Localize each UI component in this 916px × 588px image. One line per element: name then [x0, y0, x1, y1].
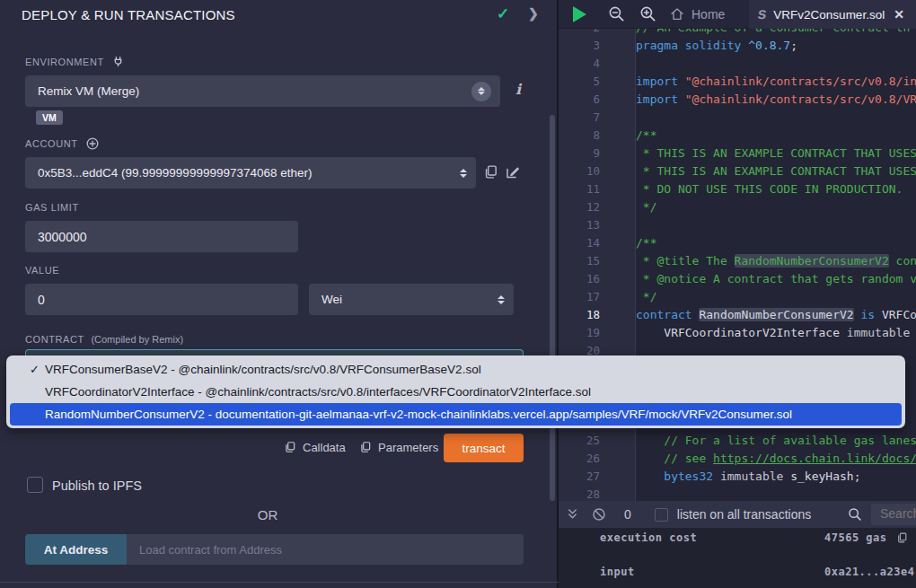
deploy-run-panel: DEPLOY & RUN TRANSACTIONS ✓ ❯ ENVIRONMEN… — [0, 0, 559, 588]
code-line — [636, 486, 916, 501]
code-line: */ — [636, 288, 916, 306]
line-number: 9 — [559, 145, 600, 162]
code-line — [636, 55, 916, 73]
edit-icon[interactable] — [505, 163, 521, 180]
code-line: pragma solidity ^0.8.7; — [636, 37, 916, 55]
line-number: 5 — [559, 73, 600, 91]
copy-icon[interactable] — [483, 163, 498, 180]
listen-checkbox[interactable] — [655, 508, 668, 522]
terminal-row-value: 47565 gas — [824, 531, 908, 544]
panel-header: DEPLOY & RUN TRANSACTIONS ✓ ❯ — [0, 0, 557, 29]
environment-select[interactable]: Remix VM (Merge) — [25, 75, 500, 107]
gas-limit-label: GAS LIMIT — [25, 202, 79, 213]
parameters-button[interactable]: Parameters — [359, 440, 438, 454]
at-address-input[interactable] — [127, 534, 524, 565]
contract-dropdown-list: ✓VRFConsumerBaseV2 - @chainlink/contract… — [6, 355, 905, 428]
solidity-icon: S — [757, 7, 768, 22]
copy-icon — [359, 440, 372, 454]
chevron-right-icon[interactable]: ❯ — [528, 6, 539, 21]
gas-limit-input[interactable] — [38, 230, 286, 244]
value-input[interactable] — [38, 293, 286, 307]
panel-title: DEPLOY & RUN TRANSACTIONS — [22, 7, 235, 22]
copy-icon — [284, 440, 296, 454]
line-number: 26 — [559, 450, 600, 468]
editor-tabbar: Home S VRFv2Consumer.sol ✕ — [559, 0, 916, 29]
listen-label: listen on all transactions — [677, 507, 811, 522]
calldata-button[interactable]: Calldata — [284, 440, 346, 454]
plug-icon — [112, 56, 124, 67]
value-field — [25, 284, 298, 315]
panel-scrollbar[interactable] — [550, 115, 555, 501]
code-line: * THIS IS AN EXAMPLE CONTRACT THAT USES — [636, 162, 916, 180]
clear-console-icon[interactable] — [592, 507, 606, 522]
check-icon: ✓ — [30, 358, 42, 381]
contract-option[interactable]: RandomNumberConsumerV2 - documentation-g… — [10, 403, 902, 426]
contract-option[interactable]: VRFCoordinatorV2Interface - @chainlink/c… — [6, 381, 905, 403]
check-icon: ✓ — [497, 4, 509, 23]
line-number: 27 — [559, 468, 600, 486]
line-number: 10 — [559, 162, 600, 180]
line-number: 14 — [559, 234, 600, 252]
unit-select[interactable]: Wei — [309, 284, 514, 315]
terminal-row-label: input — [600, 566, 635, 578]
terminal-search-field — [871, 504, 916, 525]
plus-icon[interactable] — [86, 137, 99, 150]
code-line: import "@chainlink/contracts/src/v0.8/in… — [636, 73, 916, 91]
transact-button[interactable]: transact — [444, 434, 524, 462]
contract-option-label: VRFConsumerBaseV2 - @chainlink/contracts… — [45, 363, 481, 376]
line-numbers: 2345678910111213141516171819202122232425… — [559, 19, 600, 501]
zoom-out-icon[interactable] — [608, 5, 625, 22]
code-line — [636, 109, 916, 127]
vm-badge: VM — [36, 110, 63, 125]
terminal-row-label: execution cost — [600, 531, 697, 544]
or-divider: OR — [0, 507, 535, 522]
code-line: import "@chainlink/contracts/src/v0.8/VR… — [636, 91, 916, 109]
line-number: 28 — [559, 486, 600, 501]
run-script-icon[interactable] — [573, 6, 586, 22]
code-line: /** — [636, 234, 916, 252]
terminal-bar: 0 listen on all transactions — [559, 501, 916, 528]
code-line: /** — [636, 127, 916, 145]
info-icon[interactable]: i — [515, 81, 521, 98]
search-icon — [848, 507, 862, 522]
contract-label: CONTRACT (Compiled by Remix) — [25, 334, 183, 345]
transaction-count-badge: 0 — [624, 507, 631, 522]
tab-vrfv2consumer[interactable]: S VRFv2Consumer.sol ✕ — [749, 0, 916, 29]
gas-limit-field — [25, 221, 298, 252]
expand-terminal-icon[interactable] — [566, 507, 579, 522]
tab-home[interactable]: Home — [659, 0, 735, 29]
line-number: 25 — [559, 432, 600, 450]
home-icon — [670, 7, 684, 22]
contract-option[interactable]: ✓VRFConsumerBaseV2 - @chainlink/contract… — [6, 358, 905, 381]
select-arrows-icon — [498, 295, 505, 304]
code-line: bytes32 immutable s_keyHash; — [636, 468, 916, 486]
code-line: */ — [636, 198, 916, 216]
select-arrows-icon — [471, 82, 491, 101]
code-line — [636, 216, 916, 234]
code-line: * @notice A contract that gets random v — [636, 270, 916, 288]
zoom-in-icon[interactable] — [639, 5, 656, 22]
line-number: 13 — [559, 216, 600, 234]
remix-ide: DEPLOY & RUN TRANSACTIONS ✓ ❯ ENVIRONMEN… — [0, 0, 916, 588]
publish-ipfs-checkbox[interactable] — [27, 477, 43, 493]
contract-hint: (Compiled by Remix) — [91, 334, 183, 345]
at-address-button[interactable]: At Address — [25, 534, 127, 565]
terminal-search-input[interactable] — [871, 504, 916, 521]
code-lines: // An example of a consumer contract thp… — [636, 19, 916, 501]
publish-ipfs-label: Publish to IPFS — [52, 478, 142, 493]
line-number: 8 — [559, 127, 600, 145]
code-line: contract RandomNumberConsumerV2 is VRFCo — [636, 306, 916, 324]
code-line: * THIS IS AN EXAMPLE CONTRACT THAT USES — [636, 145, 916, 162]
code-line: * DO NOT USE THIS CODE IN PRODUCTION. — [636, 180, 916, 198]
terminal-row-value: 0xa21...a23e4 — [824, 566, 916, 578]
account-label: ACCOUNT — [25, 137, 99, 150]
copy-icon[interactable] — [896, 531, 908, 544]
line-number: 19 — [559, 324, 600, 342]
contract-option-label: RandomNumberConsumerV2 - documentation-g… — [45, 408, 792, 421]
code-line: // see https://docs.chain.link/docs/ — [636, 450, 916, 468]
line-number: 3 — [559, 37, 600, 55]
terminal-output[interactable]: execution cost47565 gasinput0xa21...a23e… — [559, 528, 916, 588]
section-divider — [0, 582, 559, 583]
account-select[interactable]: 0x5B3...eddC4 (99.99999999999997374068 e… — [25, 157, 476, 189]
close-icon[interactable]: ✕ — [894, 7, 904, 22]
